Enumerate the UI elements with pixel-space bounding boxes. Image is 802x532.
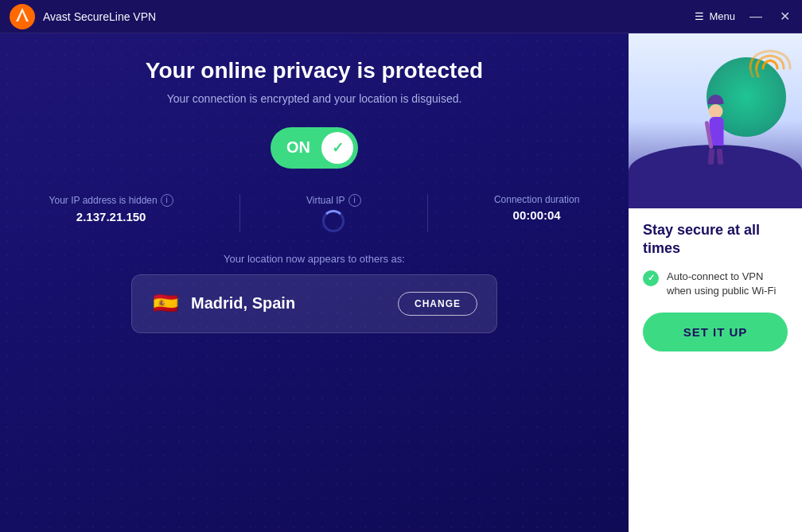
checkmark-icon: ✓ xyxy=(332,139,344,157)
virtual-ip-loading xyxy=(322,210,345,232)
panel-title: Stay secure at all times xyxy=(643,221,788,258)
avast-logo-icon xyxy=(10,4,35,29)
figure-container xyxy=(629,33,802,208)
menu-label: Menu xyxy=(709,10,735,22)
app-title: Avast SecureLine VPN xyxy=(43,10,156,23)
person-legs xyxy=(708,149,722,165)
virtual-ip-stat: Virtual IP i xyxy=(306,194,360,232)
vpn-toggle-container[interactable]: ON ✓ xyxy=(271,127,358,169)
location-card: 🇪🇸 Madrid, Spain CHANGE xyxy=(131,274,497,333)
change-location-button[interactable]: CHANGE xyxy=(398,292,477,316)
stat-divider-2 xyxy=(427,194,428,232)
left-panel-content: Your online privacy is protected Your co… xyxy=(16,57,613,333)
wifi-arcs-icon xyxy=(746,45,794,92)
toggle-label: ON xyxy=(286,138,310,157)
duration-value: 00:00:04 xyxy=(513,208,561,222)
subtitle: Your connection is encrypted and your lo… xyxy=(167,92,462,105)
stat-divider-1 xyxy=(239,194,240,232)
person-hair xyxy=(707,95,723,104)
close-button[interactable]: ✕ xyxy=(777,9,792,24)
location-flag: 🇪🇸 xyxy=(151,289,180,318)
titlebar: Avast SecureLine VPN ☰ Menu — ✕ xyxy=(0,0,802,33)
ip-label: Your IP address is hidden i xyxy=(49,194,173,207)
menu-button[interactable]: ☰ Menu xyxy=(695,10,735,22)
feature-item: ✓ Auto-connect to VPN when using public … xyxy=(643,270,788,298)
minimize-button[interactable]: — xyxy=(748,10,764,24)
illustration-area xyxy=(629,33,802,208)
titlebar-controls: ☰ Menu — ✕ xyxy=(695,9,792,24)
ip-info-icon[interactable]: i xyxy=(161,194,173,207)
hamburger-icon: ☰ xyxy=(695,10,704,22)
checkmark: ✓ xyxy=(648,273,655,283)
stats-row: Your IP address is hidden i 2.137.21.150… xyxy=(16,194,613,232)
virtual-ip-label: Virtual IP i xyxy=(306,194,360,207)
toggle-knob: ✓ xyxy=(321,132,353,164)
location-left: 🇪🇸 Madrid, Spain xyxy=(151,289,295,318)
location-name: Madrid, Spain xyxy=(191,294,295,313)
vpn-toggle[interactable]: ON ✓ xyxy=(271,127,358,169)
titlebar-left: Avast SecureLine VPN xyxy=(10,4,156,29)
check-icon: ✓ xyxy=(643,270,659,286)
person-torso xyxy=(707,117,724,149)
feature-text: Auto-connect to VPN when using public Wi… xyxy=(667,270,788,298)
duration-stat: Connection duration 00:00:04 xyxy=(494,194,579,232)
ip-stat: Your IP address is hidden i 2.137.21.150 xyxy=(49,194,173,232)
virtual-ip-info-icon[interactable]: i xyxy=(348,194,361,207)
setup-button[interactable]: SET IT UP xyxy=(643,313,788,351)
right-panel-content: Stay secure at all times ✓ Auto-connect … xyxy=(629,208,802,364)
main-title: Your online privacy is protected xyxy=(146,57,483,84)
right-panel: ✕ xyxy=(629,33,802,532)
location-label: Your location now appears to others as: xyxy=(224,253,405,265)
main-layout: Your online privacy is protected Your co… xyxy=(0,33,802,532)
person-figure xyxy=(707,95,724,165)
ip-value: 2.137.21.150 xyxy=(76,210,146,223)
left-panel: Your online privacy is protected Your co… xyxy=(0,33,629,532)
duration-label: Connection duration xyxy=(494,194,579,205)
